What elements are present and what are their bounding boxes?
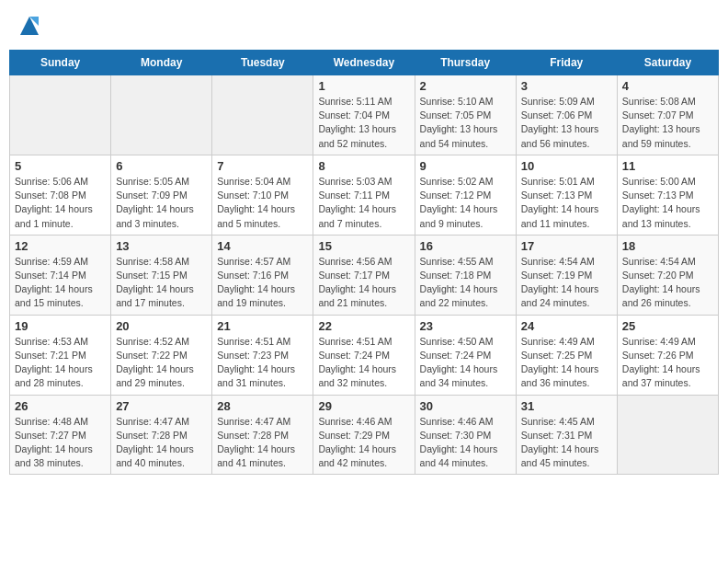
day-number: 10 <box>521 159 612 173</box>
weekday-header-row: SundayMondayTuesdayWednesdayThursdayFrid… <box>10 51 719 75</box>
daylight-label: Daylight: 14 hours and 29 minutes. <box>116 363 194 388</box>
daylight-label: Daylight: 14 hours and 13 minutes. <box>622 203 700 228</box>
daylight-label: Daylight: 14 hours and 15 minutes. <box>15 283 93 308</box>
calendar-cell: 13Sunrise: 4:58 AMSunset: 7:15 PMDayligh… <box>111 235 212 315</box>
sunrise-label: Sunrise: 4:46 AM <box>420 416 494 427</box>
calendar-cell: 19Sunrise: 4:53 AMSunset: 7:21 PMDayligh… <box>10 315 111 395</box>
day-number: 13 <box>116 239 207 253</box>
calendar-cell: 4Sunrise: 5:08 AMSunset: 7:07 PMDaylight… <box>617 75 718 155</box>
sunrise-label: Sunrise: 5:09 AM <box>521 96 595 107</box>
calendar-cell: 27Sunrise: 4:47 AMSunset: 7:28 PMDayligh… <box>111 395 212 475</box>
logo <box>15 13 42 39</box>
day-info: Sunrise: 4:53 AMSunset: 7:21 PMDaylight:… <box>15 335 106 391</box>
sunrise-label: Sunrise: 4:53 AM <box>15 336 88 347</box>
sunrise-label: Sunrise: 4:57 AM <box>217 256 290 267</box>
day-number: 12 <box>15 239 106 253</box>
sunrise-label: Sunrise: 4:50 AM <box>420 336 494 347</box>
daylight-label: Daylight: 14 hours and 7 minutes. <box>318 203 396 228</box>
sunrise-label: Sunrise: 4:54 AM <box>521 256 595 267</box>
day-info: Sunrise: 4:57 AMSunset: 7:16 PMDaylight:… <box>217 255 308 311</box>
calendar-cell: 12Sunrise: 4:59 AMSunset: 7:14 PMDayligh… <box>10 235 111 315</box>
day-info: Sunrise: 4:50 AMSunset: 7:24 PMDaylight:… <box>420 335 511 391</box>
day-number: 29 <box>318 399 409 413</box>
weekday-header-sunday: Sunday <box>10 51 111 75</box>
calendar-cell: 20Sunrise: 4:52 AMSunset: 7:22 PMDayligh… <box>111 315 212 395</box>
sunset-label: Sunset: 7:23 PM <box>217 350 289 361</box>
sunrise-label: Sunrise: 4:51 AM <box>318 336 392 347</box>
sunrise-label: Sunrise: 5:06 AM <box>15 176 88 187</box>
day-number: 25 <box>622 319 713 333</box>
sunset-label: Sunset: 7:05 PM <box>420 109 492 121</box>
calendar-cell: 9Sunrise: 5:02 AMSunset: 7:12 PMDaylight… <box>415 155 516 235</box>
sunset-label: Sunset: 7:08 PM <box>15 190 86 201</box>
daylight-label: Daylight: 14 hours and 40 minutes. <box>116 443 194 468</box>
day-info: Sunrise: 4:49 AMSunset: 7:25 PMDaylight:… <box>521 335 612 391</box>
sunrise-label: Sunrise: 5:02 AM <box>420 176 494 187</box>
day-info: Sunrise: 4:52 AMSunset: 7:22 PMDaylight:… <box>116 335 207 391</box>
calendar-week-row: 5Sunrise: 5:06 AMSunset: 7:08 PMDaylight… <box>10 155 719 235</box>
weekday-header-tuesday: Tuesday <box>212 51 313 75</box>
sunrise-label: Sunrise: 4:59 AM <box>15 256 88 267</box>
daylight-label: Daylight: 13 hours and 54 minutes. <box>420 123 498 148</box>
sunrise-label: Sunrise: 4:51 AM <box>217 336 290 347</box>
daylight-label: Daylight: 14 hours and 17 minutes. <box>116 283 194 308</box>
day-info: Sunrise: 5:05 AMSunset: 7:09 PMDaylight:… <box>116 175 207 231</box>
sunrise-label: Sunrise: 5:01 AM <box>521 176 595 187</box>
day-number: 17 <box>521 239 612 253</box>
sunset-label: Sunset: 7:27 PM <box>15 430 86 441</box>
page-header <box>9 9 719 42</box>
sunset-label: Sunset: 7:28 PM <box>217 430 289 441</box>
day-number: 14 <box>217 239 308 253</box>
calendar-cell <box>212 75 313 155</box>
day-number: 15 <box>318 239 409 253</box>
sunrise-label: Sunrise: 4:47 AM <box>217 416 290 427</box>
calendar-cell: 18Sunrise: 4:54 AMSunset: 7:20 PMDayligh… <box>617 235 718 315</box>
daylight-label: Daylight: 14 hours and 26 minutes. <box>622 283 700 308</box>
sunset-label: Sunset: 7:07 PM <box>622 109 694 121</box>
daylight-label: Daylight: 14 hours and 11 minutes. <box>521 203 599 228</box>
calendar-cell: 21Sunrise: 4:51 AMSunset: 7:23 PMDayligh… <box>212 315 313 395</box>
day-number: 22 <box>318 319 409 333</box>
day-number: 11 <box>622 159 713 173</box>
sunrise-label: Sunrise: 5:03 AM <box>318 176 392 187</box>
calendar-cell: 5Sunrise: 5:06 AMSunset: 7:08 PMDaylight… <box>10 155 111 235</box>
day-info: Sunrise: 5:11 AMSunset: 7:04 PMDaylight:… <box>318 95 409 151</box>
day-number: 28 <box>217 399 308 413</box>
day-info: Sunrise: 5:00 AMSunset: 7:13 PMDaylight:… <box>622 175 713 231</box>
day-number: 8 <box>318 159 409 173</box>
daylight-label: Daylight: 14 hours and 21 minutes. <box>318 283 396 308</box>
calendar-cell <box>617 395 718 475</box>
day-info: Sunrise: 4:59 AMSunset: 7:14 PMDaylight:… <box>15 255 106 311</box>
day-number: 27 <box>116 399 207 413</box>
calendar-cell: 10Sunrise: 5:01 AMSunset: 7:13 PMDayligh… <box>516 155 617 235</box>
day-number: 18 <box>622 239 713 253</box>
calendar-cell: 22Sunrise: 4:51 AMSunset: 7:24 PMDayligh… <box>313 315 415 395</box>
sunrise-label: Sunrise: 4:48 AM <box>15 416 88 427</box>
sunset-label: Sunset: 7:13 PM <box>521 190 593 201</box>
day-number: 3 <box>521 79 612 93</box>
sunset-label: Sunset: 7:06 PM <box>521 109 593 121</box>
daylight-label: Daylight: 14 hours and 3 minutes. <box>116 203 194 228</box>
day-number: 31 <box>521 399 612 413</box>
calendar-cell: 26Sunrise: 4:48 AMSunset: 7:27 PMDayligh… <box>10 395 111 475</box>
sunset-label: Sunset: 7:28 PM <box>116 430 188 441</box>
calendar-cell: 31Sunrise: 4:45 AMSunset: 7:31 PMDayligh… <box>516 395 617 475</box>
sunrise-label: Sunrise: 5:05 AM <box>116 176 189 187</box>
day-info: Sunrise: 4:46 AMSunset: 7:30 PMDaylight:… <box>420 415 511 471</box>
sunset-label: Sunset: 7:19 PM <box>521 270 593 281</box>
calendar-cell <box>111 75 212 155</box>
day-info: Sunrise: 4:55 AMSunset: 7:18 PMDaylight:… <box>420 255 511 311</box>
sunset-label: Sunset: 7:24 PM <box>318 350 390 361</box>
sunset-label: Sunset: 7:11 PM <box>318 190 390 201</box>
sunset-label: Sunset: 7:30 PM <box>420 430 492 441</box>
daylight-label: Daylight: 14 hours and 28 minutes. <box>15 363 93 388</box>
daylight-label: Daylight: 14 hours and 41 minutes. <box>217 443 295 468</box>
day-info: Sunrise: 4:49 AMSunset: 7:26 PMDaylight:… <box>622 335 713 391</box>
sunset-label: Sunset: 7:29 PM <box>318 430 390 441</box>
weekday-header-friday: Friday <box>516 51 617 75</box>
sunrise-label: Sunrise: 4:52 AM <box>116 336 189 347</box>
day-info: Sunrise: 4:47 AMSunset: 7:28 PMDaylight:… <box>217 415 308 471</box>
calendar-cell: 1Sunrise: 5:11 AMSunset: 7:04 PMDaylight… <box>313 75 415 155</box>
sunset-label: Sunset: 7:14 PM <box>15 270 86 281</box>
calendar-cell: 6Sunrise: 5:05 AMSunset: 7:09 PMDaylight… <box>111 155 212 235</box>
